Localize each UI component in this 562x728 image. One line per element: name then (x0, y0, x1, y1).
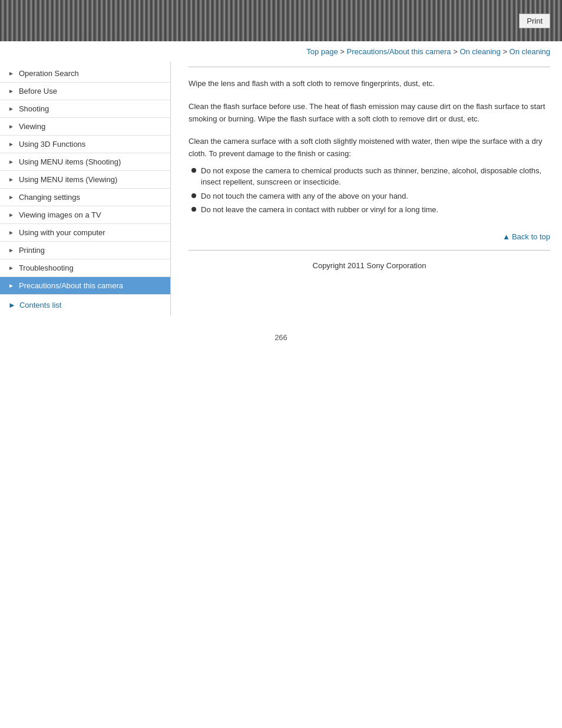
breadcrumb-sep2: > (451, 47, 460, 56)
arrow-icon: ► (8, 141, 14, 147)
sidebar-item-shooting[interactable]: ► Shooting (0, 100, 170, 118)
sidebar-item-before-use[interactable]: ► Before Use (0, 83, 170, 100)
arrow-icon: ► (8, 88, 14, 94)
sidebar-item-label: Printing (19, 246, 45, 255)
triangle-icon: ▲ (503, 232, 510, 241)
arrow-icon: ► (8, 123, 14, 130)
arrow-icon: ► (8, 106, 14, 112)
bullet-list: Do not expose the camera to chemical pro… (189, 165, 550, 216)
header-bar: Print (0, 0, 562, 41)
sidebar-item-label: Using with your computer (19, 228, 105, 237)
bullet-item-text: Do not leave the camera in contact with … (201, 204, 438, 216)
arrow-icon: ► (8, 159, 14, 165)
sidebar-item-menu-shooting[interactable]: ► Using MENU items (Shooting) (0, 153, 170, 171)
sidebar-item-label: Using MENU items (Viewing) (19, 175, 117, 184)
copyright: Copyright 2011 Sony Corporation (189, 256, 550, 275)
sidebar-item-label: Troubleshooting (19, 263, 74, 272)
breadcrumb-sep1: > (338, 47, 347, 56)
arrow-icon: ► (8, 282, 14, 289)
page-number: 266 (0, 315, 562, 354)
sidebar-item-viewing-tv[interactable]: ► Viewing images on a TV (0, 206, 170, 224)
sidebar-item-label: Viewing (19, 122, 45, 131)
arrow-icon: ► (8, 212, 14, 218)
arrow-icon: ► (8, 247, 14, 253)
section1-text: Wipe the lens and flash with a soft clot… (189, 78, 550, 90)
back-to-top-link[interactable]: ▲Back to top (503, 232, 550, 241)
back-to-top-area: ▲Back to top (189, 226, 550, 247)
breadcrumb-top-page[interactable]: Top page (306, 47, 338, 56)
back-to-top-label: Back to top (512, 232, 550, 241)
sidebar-item-precautions[interactable]: ► Precautions/About this camera (0, 277, 170, 295)
arrow-icon: ► (8, 194, 14, 200)
contents-list-link[interactable]: ► Contents list (0, 295, 170, 315)
arrow-icon: ► (8, 176, 14, 183)
sidebar-item-using-3d[interactable]: ► Using 3D Functions (0, 136, 170, 153)
sidebar-item-troubleshooting[interactable]: ► Troubleshooting (0, 259, 170, 277)
arrow-icon: ► (8, 70, 14, 77)
sidebar-item-label: Changing settings (19, 193, 80, 202)
breadcrumb-on-cleaning2[interactable]: On cleaning (510, 47, 550, 56)
main-layout: ► Operation Search ► Before Use ► Shooti… (0, 62, 562, 315)
sidebar-item-operation-search[interactable]: ► Operation Search (0, 65, 170, 83)
sidebar-item-viewing[interactable]: ► Viewing (0, 118, 170, 136)
sidebar-item-label: Precautions/About this camera (19, 281, 123, 290)
section2-text: Clean the flash surface before use. The … (189, 101, 550, 126)
sidebar-item-label: Operation Search (19, 69, 79, 78)
list-item: Do not leave the camera in contact with … (191, 204, 550, 216)
print-button[interactable]: Print (519, 14, 550, 28)
content-section-2: Clean the flash surface before use. The … (189, 101, 550, 126)
breadcrumb-on-cleaning1[interactable]: On cleaning (459, 47, 500, 56)
sidebar-item-label: Using MENU items (Shooting) (19, 157, 121, 166)
sidebar: ► Operation Search ► Before Use ► Shooti… (0, 62, 171, 315)
contents-list-label[interactable]: Contents list (19, 301, 62, 309)
bottom-divider (189, 250, 550, 251)
list-item: Do not expose the camera to chemical pro… (191, 165, 550, 188)
bullet-item-text: Do not touch the camera with any of the … (201, 190, 408, 202)
content-area: Wipe the lens and flash with a soft clot… (171, 62, 562, 286)
arrow-icon: ► (8, 265, 14, 271)
breadcrumb-sep3: > (501, 47, 510, 56)
sidebar-item-label: Using 3D Functions (19, 140, 85, 149)
arrow-right-icon: ► (8, 301, 16, 309)
bullet-dot-icon (191, 168, 196, 173)
sidebar-item-using-computer[interactable]: ► Using with your computer (0, 224, 170, 242)
sidebar-item-label: Shooting (19, 104, 49, 113)
sidebar-item-label: Viewing images on a TV (19, 210, 101, 219)
arrow-icon: ► (8, 229, 14, 236)
list-item: Do not touch the camera with any of the … (191, 190, 550, 202)
breadcrumb: Top page > Precautions/About this camera… (0, 41, 562, 62)
sidebar-item-menu-viewing[interactable]: ► Using MENU items (Viewing) (0, 171, 170, 189)
breadcrumb-precautions[interactable]: Precautions/About this camera (347, 47, 451, 56)
bullet-dot-icon (191, 193, 196, 198)
bullet-item-text: Do not expose the camera to chemical pro… (201, 165, 550, 188)
sidebar-item-label: Before Use (19, 87, 57, 95)
content-section-1: Wipe the lens and flash with a soft clot… (189, 78, 550, 90)
top-divider (189, 67, 550, 67)
sidebar-item-printing[interactable]: ► Printing (0, 242, 170, 259)
bullet-dot-icon (191, 207, 196, 212)
section3-intro: Clean the camera surface with a soft clo… (189, 136, 550, 160)
sidebar-item-changing-settings[interactable]: ► Changing settings (0, 189, 170, 206)
content-section-3: Clean the camera surface with a soft clo… (189, 136, 550, 216)
